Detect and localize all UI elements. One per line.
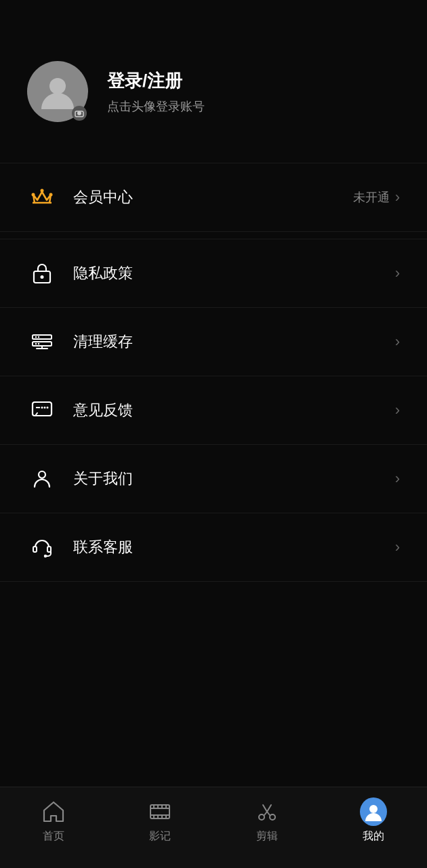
svg-rect-30 bbox=[157, 805, 159, 808]
nav-item-home[interactable]: 首页 bbox=[0, 798, 107, 844]
svg-point-3 bbox=[32, 193, 35, 197]
cache-arrow-icon: › bbox=[395, 333, 400, 351]
svg-point-21 bbox=[47, 407, 49, 409]
menu-section: 隐私政策 › 清理缓存 › bbox=[0, 239, 427, 582]
camera-small-icon bbox=[75, 108, 84, 118]
vip-section: 会员中心 未开通 › bbox=[0, 163, 427, 232]
privacy-label: 隐私政策 bbox=[73, 263, 395, 283]
avatar-badge bbox=[72, 106, 87, 121]
svg-point-38 bbox=[270, 814, 275, 820]
svg-point-5 bbox=[49, 193, 53, 197]
menu-item-about[interactable]: 关于我们 › bbox=[0, 444, 427, 513]
feedback-label: 意见反馈 bbox=[73, 400, 395, 420]
crown-icon bbox=[27, 182, 57, 212]
feedback-icon bbox=[27, 395, 57, 425]
nav-label-mine: 我的 bbox=[363, 829, 384, 844]
cache-label: 清理缓存 bbox=[73, 332, 395, 352]
nav-item-edit[interactable]: 剪辑 bbox=[214, 798, 321, 844]
svg-line-41 bbox=[263, 805, 267, 812]
svg-rect-28 bbox=[150, 814, 169, 816]
svg-point-22 bbox=[39, 471, 45, 478]
mine-icon bbox=[360, 798, 387, 825]
film-icon bbox=[146, 798, 174, 825]
active-dot bbox=[360, 797, 387, 826]
service-icon bbox=[27, 532, 57, 562]
nav-label-home: 首页 bbox=[43, 829, 64, 844]
svg-rect-36 bbox=[165, 816, 167, 818]
home-icon bbox=[40, 798, 67, 825]
nav-label-yingji: 影记 bbox=[149, 829, 171, 844]
about-arrow-icon: › bbox=[395, 470, 400, 488]
svg-rect-29 bbox=[153, 805, 155, 808]
svg-point-37 bbox=[259, 814, 264, 820]
vip-label: 会员中心 bbox=[73, 187, 353, 208]
about-label: 关于我们 bbox=[73, 469, 395, 489]
svg-point-43 bbox=[369, 805, 378, 813]
nav-label-edit: 剪辑 bbox=[256, 829, 278, 844]
feedback-arrow-icon: › bbox=[395, 401, 400, 419]
svg-point-4 bbox=[41, 189, 44, 193]
profile-text: 登录/注册 点击头像登录账号 bbox=[107, 69, 205, 115]
privacy-arrow-icon: › bbox=[395, 264, 400, 282]
profile-section[interactable]: 登录/注册 点击头像登录账号 bbox=[0, 41, 427, 149]
svg-rect-33 bbox=[153, 816, 155, 818]
menu-item-service[interactable]: 联系客服 › bbox=[0, 513, 427, 582]
svg-point-19 bbox=[41, 407, 43, 409]
service-label: 联系客服 bbox=[73, 537, 395, 557]
svg-point-1 bbox=[77, 111, 81, 115]
cache-icon bbox=[27, 327, 57, 357]
menu-item-vip[interactable]: 会员中心 未开通 › bbox=[0, 163, 427, 232]
menu-item-cache[interactable]: 清理缓存 › bbox=[0, 307, 427, 376]
svg-rect-23 bbox=[33, 547, 37, 552]
about-icon bbox=[27, 464, 57, 494]
svg-rect-35 bbox=[161, 816, 163, 818]
vip-arrow-icon: › bbox=[395, 189, 400, 206]
svg-rect-31 bbox=[161, 805, 163, 808]
avatar-container[interactable] bbox=[27, 61, 88, 122]
svg-rect-24 bbox=[47, 547, 51, 552]
svg-rect-16 bbox=[33, 402, 52, 416]
svg-rect-32 bbox=[165, 805, 167, 808]
svg-rect-34 bbox=[157, 816, 159, 818]
nav-item-yingji[interactable]: 影记 bbox=[107, 798, 214, 844]
scissors-icon bbox=[253, 798, 281, 825]
profile-title: 登录/注册 bbox=[107, 69, 205, 93]
privacy-icon bbox=[27, 258, 57, 288]
svg-point-7 bbox=[41, 275, 44, 279]
svg-rect-27 bbox=[150, 808, 169, 809]
menu-item-feedback[interactable]: 意见反馈 › bbox=[0, 376, 427, 444]
svg-point-0 bbox=[49, 78, 66, 94]
svg-point-20 bbox=[44, 407, 46, 409]
vip-status: 未开通 bbox=[353, 189, 390, 205]
svg-line-42 bbox=[267, 805, 271, 812]
service-arrow-icon: › bbox=[395, 538, 400, 556]
avatar-person-icon bbox=[37, 71, 78, 112]
menu-item-privacy[interactable]: 隐私政策 › bbox=[0, 239, 427, 307]
bottom-nav: 首页 影记 bbox=[0, 787, 427, 868]
nav-item-mine[interactable]: 我的 bbox=[321, 798, 428, 844]
profile-subtitle: 点击头像登录账号 bbox=[107, 98, 205, 115]
